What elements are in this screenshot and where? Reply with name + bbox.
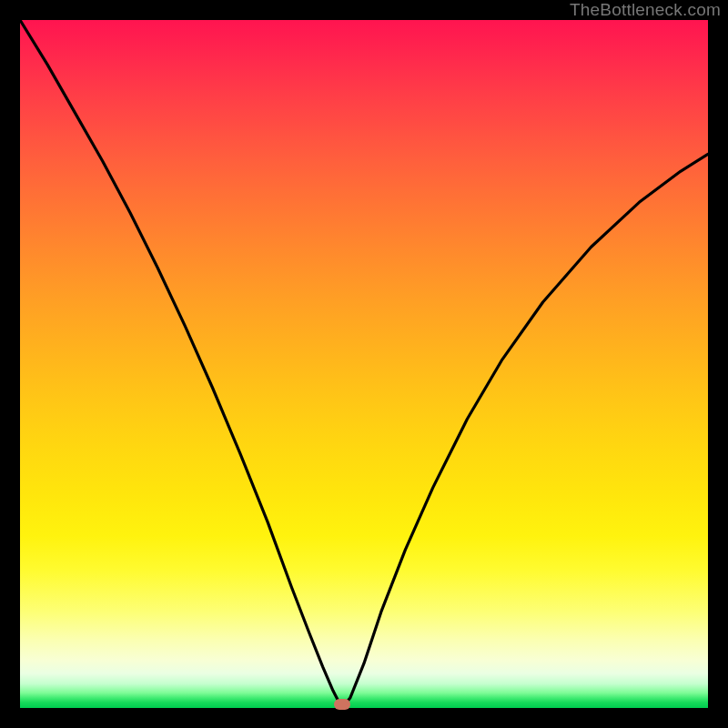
bottleneck-curve — [20, 20, 708, 708]
chart-frame: TheBottleneck.com — [0, 0, 728, 728]
chart-plot-area — [20, 20, 708, 708]
minimum-marker — [334, 699, 350, 710]
watermark-text: TheBottleneck.com — [570, 0, 721, 20]
